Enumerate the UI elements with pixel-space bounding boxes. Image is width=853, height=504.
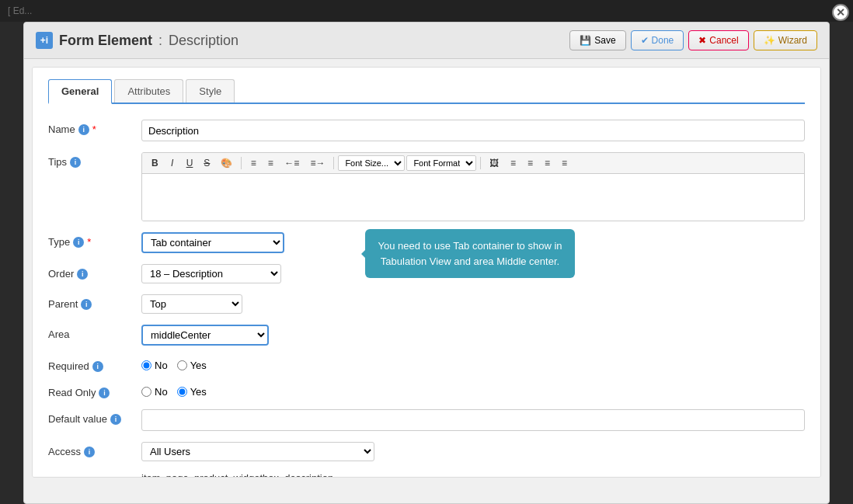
save-label: Save	[594, 35, 615, 46]
cancel-label: Cancel	[709, 35, 738, 46]
access-info-icon[interactable]: i	[84, 447, 95, 457]
modal-title: +i Form Element : Description	[36, 32, 238, 49]
align-justify-button[interactable]: ≡	[556, 155, 572, 171]
readonly-yes-radio[interactable]	[177, 387, 187, 397]
required-no-radio[interactable]	[141, 360, 151, 370]
required-info-icon[interactable]: i	[92, 361, 103, 372]
default-value-row: Default value i	[48, 409, 805, 431]
tab-style[interactable]: Style	[186, 79, 235, 103]
strikethrough-button[interactable]: S	[199, 155, 214, 171]
readonly-no-text: No	[155, 386, 168, 398]
form-element-icon: +i	[36, 32, 53, 49]
default-value-input[interactable]	[141, 409, 805, 431]
access-select[interactable]: All Users Admin Only User Only	[141, 442, 374, 461]
tips-content[interactable]	[142, 174, 804, 221]
name-label: Name i *	[48, 120, 141, 135]
align-center-button[interactable]: ≡	[522, 155, 538, 171]
tips-toolbar: B I U S 🎨 ≡ ≡ ←≡ ≡→ Font Size...	[142, 153, 804, 174]
order-info-icon[interactable]: i	[77, 269, 88, 280]
tabs: General Attributes Style	[48, 79, 805, 104]
area-control: middleCenter topLeft topRight bottomLeft…	[141, 325, 805, 346]
default-value-info-icon[interactable]: i	[110, 414, 121, 425]
cancel-button[interactable]: ✖ Cancel	[688, 30, 748, 50]
order-label: Order i	[48, 264, 141, 280]
readonly-label: Read Only i	[48, 383, 141, 398]
type-label: Type i *	[48, 232, 141, 248]
area-select[interactable]: middleCenter topLeft topRight bottomLeft…	[143, 326, 267, 344]
align-right-button[interactable]: ≡	[539, 155, 555, 171]
close-button[interactable]: ✕	[832, 4, 849, 21]
tips-label: Tips i	[48, 152, 141, 168]
required-row: Required i No Yes	[48, 356, 805, 372]
name-info-icon[interactable]: i	[78, 124, 89, 135]
parent-info-icon[interactable]: i	[81, 299, 92, 310]
align-left-button[interactable]: ≡	[505, 155, 521, 171]
save-button[interactable]: 💾 Save	[569, 30, 625, 50]
required-control: No Yes	[141, 356, 805, 371]
area-label: Area	[48, 325, 141, 340]
tab-general[interactable]: General	[48, 79, 112, 104]
parent-label: Parent i	[48, 294, 141, 310]
unique-name-control: item_page_product_widgetbox_description	[141, 472, 805, 478]
modal-actions: 💾 Save ✔ Done ✖ Cancel ✨ Wizard	[569, 30, 817, 50]
tips-control: B I U S 🎨 ≡ ≡ ←≡ ≡→ Font Size...	[141, 152, 805, 221]
wizard-label: Wizard	[778, 35, 807, 46]
tooltip-bubble: You need to use Tab container to show in…	[365, 229, 575, 278]
name-row: Name i *	[48, 120, 805, 141]
required-yes-radio[interactable]	[177, 360, 187, 370]
wizard-button[interactable]: ✨ Wizard	[754, 30, 817, 50]
type-info-icon[interactable]: i	[73, 237, 84, 248]
cancel-icon: ✖	[698, 35, 706, 46]
area-select-wrapper: middleCenter topLeft topRight bottomLeft…	[141, 325, 269, 346]
title-colon: :	[158, 33, 162, 49]
indent-right-button[interactable]: ≡→	[305, 155, 329, 171]
unordered-list-button[interactable]: ≡	[263, 155, 278, 171]
required-yes-label[interactable]: Yes	[177, 360, 207, 371]
modal-header: +i Form Element : Description 💾 Save ✔ D…	[24, 23, 829, 59]
access-control: All Users Admin Only User Only	[141, 442, 805, 461]
required-no-label[interactable]: No	[141, 360, 168, 371]
done-button[interactable]: ✔ Done	[631, 30, 684, 50]
bold-button[interactable]: B	[147, 155, 163, 171]
parent-select[interactable]: Top	[141, 294, 242, 314]
name-input[interactable]	[141, 120, 805, 141]
font-format-select[interactable]: Font Format	[406, 155, 476, 171]
font-size-select[interactable]: Font Size...	[338, 155, 405, 171]
access-label: Access i	[48, 442, 141, 457]
readonly-radio-group: No Yes	[141, 383, 805, 398]
tips-info-icon[interactable]: i	[70, 157, 81, 168]
tooltip-text: You need to use Tab container to show in…	[378, 240, 562, 267]
italic-button[interactable]: I	[165, 155, 180, 171]
type-select-wrapper: Tab container Text Textarea Select Check…	[141, 232, 284, 253]
toolbar-sep-3	[480, 157, 481, 169]
unique-name-row: Unique Name item_page_product_widgetbox_…	[48, 472, 805, 478]
required-radio-group: No Yes	[141, 356, 805, 371]
readonly-yes-text: Yes	[190, 386, 207, 398]
tips-editor: B I U S 🎨 ≡ ≡ ←≡ ≡→ Font Size...	[141, 152, 805, 221]
required-label: Required i	[48, 356, 141, 372]
readonly-control: No Yes	[141, 383, 805, 398]
save-icon: 💾	[580, 35, 591, 46]
ordered-list-button[interactable]: ≡	[245, 155, 261, 171]
toolbar-sep-1	[241, 157, 242, 169]
order-select[interactable]: 18 – Description	[141, 264, 281, 283]
title-description: Description	[169, 33, 238, 49]
name-control	[141, 120, 805, 141]
access-row: Access i All Users Admin Only User Only	[48, 442, 805, 461]
title-form-element: Form Element	[59, 33, 152, 49]
readonly-yes-label[interactable]: Yes	[177, 386, 207, 398]
readonly-no-radio[interactable]	[141, 387, 151, 397]
underline-button[interactable]: U	[182, 155, 198, 171]
tab-attributes[interactable]: Attributes	[114, 79, 183, 103]
image-button[interactable]: 🖼	[485, 155, 503, 171]
readonly-no-label[interactable]: No	[141, 386, 168, 398]
wizard-icon: ✨	[764, 35, 775, 46]
type-select[interactable]: Tab container Text Textarea Select Check…	[143, 234, 283, 252]
color-button[interactable]: 🎨	[216, 155, 237, 171]
default-value-label: Default value i	[48, 409, 141, 425]
indent-left-button[interactable]: ←≡	[280, 155, 304, 171]
readonly-info-icon[interactable]: i	[99, 388, 110, 398]
toolbar-sep-2	[333, 157, 334, 169]
tips-row: Tips i B I U S 🎨 ≡ ≡ ←≡ ≡→	[48, 152, 805, 221]
required-yes-text: Yes	[190, 360, 207, 371]
